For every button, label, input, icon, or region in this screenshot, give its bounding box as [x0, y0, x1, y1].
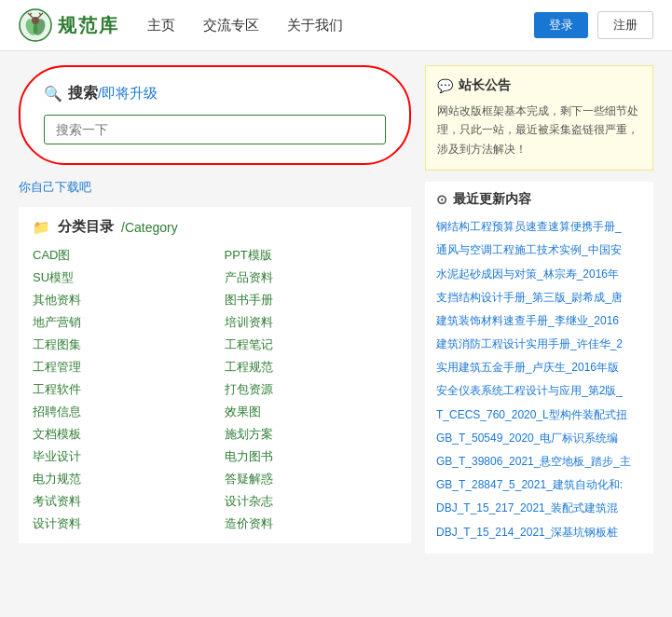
announcement-label: 站长公告 [459, 77, 511, 94]
nav-home[interactable]: 主页 [147, 17, 175, 34]
list-item[interactable]: GB_T_39806_2021_悬空地板_踏步_主 [436, 450, 642, 473]
nav-right: 登录 注册 [534, 11, 653, 39]
category-item[interactable]: CAD图 [33, 247, 206, 264]
list-item[interactable]: GB_T_50549_2020_电厂标识系统编 [436, 427, 642, 450]
category-en: /Category [121, 220, 178, 235]
search-title: 🔍 搜索 /即将升级 [44, 84, 386, 103]
register-button[interactable]: 注册 [597, 11, 653, 39]
category-grid: CAD图PPT模版SU模型产品资料其他资料图书手册地产营销培训资料工程图集工程笔… [33, 247, 397, 532]
login-button[interactable]: 登录 [534, 12, 588, 38]
category-item[interactable]: 施划方案 [225, 426, 398, 443]
recent-list: 钢结构工程预算员速查速算便携手册_通风与空调工程施工技术实例_中国安水泥起砂成因… [436, 215, 642, 544]
list-item[interactable]: 通风与空调工程施工技术实例_中国安 [436, 239, 642, 262]
category-item[interactable]: 其他资料 [33, 292, 206, 308]
right-column: 💬 站长公告 网站改版框架基本完成，剩下一些细节处理，只此一站，最近被采集盗链很… [425, 65, 653, 554]
search-area: 🔍 搜索 /即将升级 [19, 65, 411, 165]
category-item[interactable]: 设计资料 [33, 515, 206, 532]
search-upgrade: /即将升级 [98, 85, 158, 103]
category-item[interactable]: 考试资料 [33, 493, 206, 510]
logo-area: 规范库 [19, 8, 119, 42]
search-icon: 🔍 [44, 85, 62, 103]
list-item[interactable]: T_CECS_760_2020_L型构件装配式扭 [436, 404, 642, 427]
category-item[interactable]: 图书手册 [225, 292, 398, 308]
folder-icon: 📁 [33, 219, 50, 236]
category-item[interactable]: 设计杂志 [225, 493, 398, 510]
category-item[interactable]: 电力规范 [33, 471, 206, 487]
category-item[interactable]: 造价资料 [225, 515, 398, 532]
category-item[interactable]: 文档模板 [33, 426, 206, 443]
category-item[interactable]: 招聘信息 [33, 404, 206, 420]
search-input[interactable] [44, 115, 386, 144]
category-item[interactable]: 效果图 [225, 404, 398, 420]
nav-forum[interactable]: 交流专区 [203, 17, 259, 34]
category-item[interactable]: 产品资料 [225, 269, 398, 286]
recent-title: ⊙ 最近更新内容 [436, 191, 642, 208]
list-item[interactable]: DBJ_T_15_217_2021_装配式建筑混 [436, 497, 642, 520]
category-item[interactable]: 答疑解惑 [225, 471, 398, 487]
announce-icon: 💬 [437, 78, 453, 93]
list-item[interactable]: 建筑消防工程设计实用手册_许佳华_2 [436, 333, 642, 356]
recent-label: 最近更新内容 [453, 191, 531, 208]
category-item[interactable]: 打包资源 [225, 381, 398, 398]
list-item[interactable]: DBJ_T_15_214_2021_深基坑钢板桩 [436, 521, 642, 544]
logo-text: 规范库 [58, 13, 119, 38]
recent-box: ⊙ 最近更新内容 钢结构工程预算员速查速算便携手册_通风与空调工程施工技术实例_… [425, 182, 653, 554]
nav-about[interactable]: 关于我们 [287, 17, 343, 34]
logo-icon [19, 8, 52, 42]
category-item[interactable]: 工程图集 [33, 336, 206, 353]
category-item[interactable]: 工程管理 [33, 359, 206, 376]
top-bar: 规范库 主页 交流专区 关于我们 登录 注册 [0, 0, 672, 51]
category-item[interactable]: 毕业设计 [33, 448, 206, 465]
main-content: 🔍 搜索 /即将升级 你自己下载吧 📁 分类目录 /Category CAD图P… [0, 51, 672, 568]
recent-icon: ⊙ [436, 192, 447, 207]
category-item[interactable]: 工程规范 [225, 359, 398, 376]
list-item[interactable]: 支挡结构设计手册_第三版_尉希成_唐 [436, 286, 642, 309]
announcement-box: 💬 站长公告 网站改版框架基本完成，剩下一些细节处理，只此一站，最近被采集盗链很… [425, 65, 653, 171]
search-label: 搜索 [68, 84, 98, 103]
category-item[interactable]: 地产营销 [33, 314, 206, 331]
left-column: 🔍 搜索 /即将升级 你自己下载吧 📁 分类目录 /Category CAD图P… [19, 65, 411, 554]
announcement-content: 网站改版框架基本完成，剩下一些细节处理，只此一站，最近被采集盗链很严重，涉及到方… [437, 102, 641, 158]
list-item[interactable]: 建筑装饰材料速查手册_李继业_2016 [436, 309, 642, 333]
nav-links: 主页 交流专区 关于我们 [147, 17, 534, 34]
self-download-link[interactable]: 你自己下载吧 [19, 179, 411, 196]
category-item[interactable]: SU模型 [33, 269, 206, 286]
list-item[interactable]: 水泥起砂成因与对策_林宗寿_2016年 [436, 263, 642, 286]
list-item[interactable]: 实用建筑五金手册_卢庆生_2016年版 [436, 356, 642, 379]
category-section: 📁 分类目录 /Category CAD图PPT模版SU模型产品资料其他资料图书… [19, 207, 411, 543]
category-item[interactable]: PPT模版 [225, 247, 398, 264]
category-item[interactable]: 培训资料 [225, 314, 398, 331]
list-item[interactable]: GB_T_28847_5_2021_建筑自动化和: [436, 473, 642, 497]
announcement-title: 💬 站长公告 [437, 77, 641, 94]
list-item[interactable]: 钢结构工程预算员速查速算便携手册_ [436, 215, 642, 239]
search-input-wrap [44, 115, 386, 144]
category-item[interactable]: 工程笔记 [225, 336, 398, 353]
category-label: 分类目录 [58, 218, 114, 236]
category-item[interactable]: 电力图书 [225, 448, 398, 465]
list-item[interactable]: 安全仪表系统工程设计与应用_第2版_ [436, 379, 642, 403]
category-title: 📁 分类目录 /Category [33, 218, 397, 236]
category-item[interactable]: 工程软件 [33, 381, 206, 398]
